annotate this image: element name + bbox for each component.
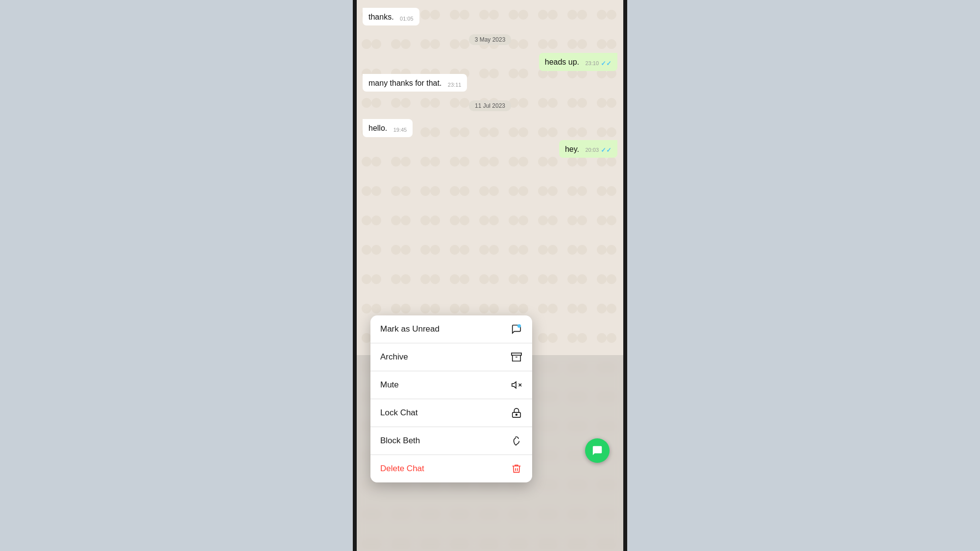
message-text: heads up. (545, 58, 579, 66)
menu-label-block-beth: Block Beth (380, 436, 420, 446)
message-text: hey. (565, 145, 579, 153)
message-time: 19:45 (393, 126, 407, 134)
archive-icon (511, 351, 522, 363)
message-time: 23:11 (448, 81, 462, 89)
menu-item-delete-chat[interactable]: Delete Chat (370, 455, 532, 482)
message-bubble-received: hello. 19:45 (363, 119, 413, 137)
menu-item-mark-unread[interactable]: Mark as Unread (370, 315, 532, 343)
message-bubble-sent: hey. 20:03 ✓✓ (559, 140, 617, 158)
message-bubble-received: many thanks for that. 23:11 (363, 74, 467, 92)
message-bubble-sent: heads up. 23:10 ✓✓ (539, 53, 617, 71)
chat-area: thanks. 01:05 3 May 2023 heads up. 23:10… (357, 0, 623, 551)
message-time: 01:05 (400, 15, 414, 23)
date-label: 11 Jul 2023 (469, 100, 511, 111)
compose-icon (592, 445, 603, 456)
message-row: hello. 19:45 (363, 119, 617, 137)
block-icon (511, 435, 522, 447)
svg-point-7 (516, 414, 517, 415)
svg-point-0 (517, 324, 521, 328)
mute-icon (511, 379, 522, 391)
trash-icon (511, 463, 522, 475)
message-bubble-received: thanks. 01:05 (363, 8, 419, 25)
date-divider: 3 May 2023 (363, 34, 617, 45)
lock-chat-icon (511, 407, 522, 419)
messages-container: thanks. 01:05 3 May 2023 heads up. 23:10… (357, 0, 623, 167)
message-text: hello. (368, 124, 387, 132)
message-row: many thanks for that. 23:11 (363, 74, 617, 92)
menu-label-mute: Mute (380, 380, 399, 390)
context-menu: Mark as Unread Archive (370, 315, 532, 482)
message-unread-icon (511, 323, 522, 335)
message-text: thanks. (368, 13, 394, 21)
menu-label-archive: Archive (380, 352, 408, 362)
menu-item-archive[interactable]: Archive (370, 343, 532, 371)
menu-item-mute[interactable]: Mute (370, 371, 532, 399)
menu-label-mark-unread: Mark as Unread (380, 324, 440, 334)
message-row: thanks. 01:05 (363, 8, 617, 25)
message-row: heads up. 23:10 ✓✓ (363, 53, 617, 71)
svg-marker-3 (512, 382, 516, 388)
message-ticks: ✓✓ (601, 146, 612, 155)
menu-label-delete-chat: Delete Chat (380, 464, 424, 474)
message-text: many thanks for that. (368, 79, 441, 87)
message-row: hey. 20:03 ✓✓ (363, 140, 617, 158)
fab-compose-button[interactable] (585, 438, 610, 463)
menu-label-lock-chat: Lock Chat (380, 408, 418, 418)
svg-rect-1 (512, 353, 521, 356)
menu-item-block-beth[interactable]: Block Beth (370, 427, 532, 455)
date-label: 3 May 2023 (469, 34, 512, 45)
message-ticks: ✓✓ (601, 59, 612, 68)
message-time: 20:03 (585, 146, 599, 154)
phone-frame: thanks. 01:05 3 May 2023 heads up. 23:10… (353, 0, 627, 551)
message-time: 23:10 (585, 60, 599, 67)
menu-item-lock-chat[interactable]: Lock Chat (370, 399, 532, 427)
date-divider: 11 Jul 2023 (363, 100, 617, 111)
